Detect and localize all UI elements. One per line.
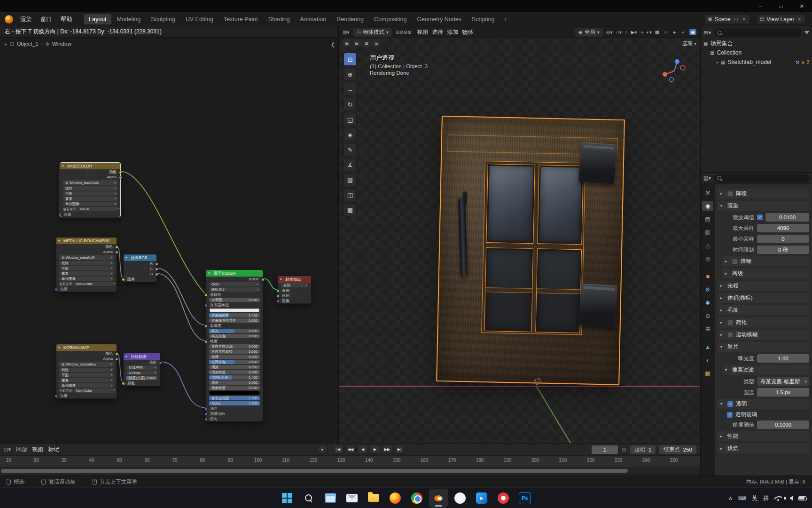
taskbar-start[interactable] xyxy=(278,489,297,508)
breadcrumb-object[interactable]: Object_1 xyxy=(17,41,39,47)
transport-auto-key[interactable]: ● xyxy=(317,445,328,453)
field-时间限制[interactable]: 时间限制0 秒 xyxy=(718,246,809,254)
tool-annotate[interactable]: ✎ xyxy=(344,143,357,156)
properties-tab-world[interactable]: ◎ xyxy=(702,254,713,264)
panel-烘焙[interactable]: ▸烘焙 xyxy=(718,444,809,453)
taskbar-chrome[interactable] xyxy=(407,489,426,508)
shading-solid-icon[interactable]: ● xyxy=(671,29,677,35)
panel-渲染[interactable]: ▾渲染 xyxy=(718,201,809,211)
transport-jump-start[interactable]: |◀ xyxy=(333,445,344,453)
node-metallic[interactable]: METALLIC ROUGHNESS颜色Alpha▦Window_metalli… xyxy=(56,237,117,292)
properties-tab-material[interactable]: ◐ xyxy=(702,355,713,365)
tab-modeling[interactable]: Modeling xyxy=(112,14,146,24)
filter-icon[interactable] xyxy=(804,31,809,34)
maximize-button[interactable]: □ xyxy=(771,0,791,12)
tool-move[interactable]: ↔ xyxy=(344,83,357,96)
orientation-dropdown[interactable]: ◉ 全局 ▾ xyxy=(575,28,603,37)
current-frame-field[interactable]: 1 xyxy=(592,445,618,454)
node-bsdf[interactable]: 原理化BSDFBSDFGGX随机游走基础色次表面0.000次表面半径次表面IOR… xyxy=(206,270,263,422)
close-button[interactable]: ✕ xyxy=(791,0,812,12)
taskbar-blue-app[interactable]: ▶ xyxy=(472,489,491,508)
xray-icon[interactable]: ▩ xyxy=(655,30,659,35)
taskbar-firefox[interactable] xyxy=(386,489,405,508)
horizontal-scrollbar[interactable] xyxy=(1,469,628,473)
taskbar-photoshop[interactable]: Ps xyxy=(515,489,534,508)
tab-animation[interactable]: Animation xyxy=(296,14,331,24)
outliner-search-input[interactable] xyxy=(714,28,802,37)
shader-node-editor[interactable]: 右 - 按下 T 切换方向 | Dx: -184.8173 Dy: -134.0… xyxy=(0,26,338,443)
view-layer-selector[interactable]: ▤ View Layer ✕ xyxy=(757,15,805,24)
field-糙度阈值[interactable]: 糙度阈值0.1000 xyxy=(718,421,809,429)
tray-lang-en[interactable]: 英 xyxy=(752,494,757,502)
node-normal_tex[interactable]: NORMALMAP颜色Alpha▦Window_normalma✕线性平面重复单… xyxy=(56,344,117,399)
transport-play-reverse[interactable]: ◀ xyxy=(358,445,368,453)
panel-高级[interactable]: ▸高级 xyxy=(722,269,809,278)
field-最大采样[interactable]: 最大采样4096 xyxy=(718,224,809,232)
shading-wireframe-icon[interactable]: ○ xyxy=(663,29,668,35)
outliner-row-场景集合[interactable]: ▦场景集合 xyxy=(701,39,812,48)
taskbar-search[interactable] xyxy=(299,489,318,508)
tab-layout[interactable]: Layout xyxy=(84,14,111,24)
panel-胶片[interactable]: ▾胶片 xyxy=(718,342,809,352)
panel-光程[interactable]: ▸光程 xyxy=(718,281,809,291)
window-model[interactable] xyxy=(436,116,625,385)
panel-性能[interactable]: ▸性能 xyxy=(718,431,809,441)
axis-z-dot[interactable] xyxy=(675,59,679,64)
outliner-row-Collection[interactable]: ▦Collection xyxy=(701,48,812,57)
tab-texture-paint[interactable]: Texture Paint xyxy=(219,14,263,24)
properties-tab-modifiers[interactable]: ⚙ xyxy=(702,285,713,295)
viewport-menu-1[interactable]: 选择 xyxy=(430,28,445,36)
properties-tab-scene[interactable]: △ xyxy=(702,240,713,251)
timeline-menu-1[interactable]: 视图 xyxy=(30,445,46,453)
select-mode-icon-2[interactable]: ⊟ xyxy=(352,40,361,47)
sidebar-toggle-icon[interactable]: ❮ xyxy=(331,41,335,48)
taskbar-red-app[interactable] xyxy=(494,489,513,508)
breadcrumb-material[interactable]: Window xyxy=(52,41,71,47)
panel-毛发[interactable]: ▸毛发 xyxy=(718,305,809,315)
properties-tab-render[interactable]: ◉ xyxy=(702,201,713,211)
tool-extra-tool-2[interactable]: ▩ xyxy=(344,203,357,216)
navigation-gizmo[interactable] xyxy=(661,57,688,85)
properties-search-input[interactable] xyxy=(714,174,809,183)
properties-editor-icon[interactable]: ▤▾ xyxy=(703,175,711,181)
transport-play[interactable]: ▶ xyxy=(370,445,380,453)
field-曝光度[interactable]: 曝光度1.00 xyxy=(718,354,809,363)
frame-start-field[interactable]: 起始 1 xyxy=(630,445,656,454)
tray-tray-expand[interactable]: ∧ xyxy=(728,495,733,501)
taskbar-mail[interactable] xyxy=(343,489,361,508)
tab-rendering[interactable]: Rendering xyxy=(332,14,368,24)
taskbar-white-app[interactable] xyxy=(451,489,469,508)
panel-运动模糊[interactable]: ▸运动模糊 xyxy=(718,330,809,340)
collapse-arrow-icon[interactable]: ▸ xyxy=(5,41,7,47)
taskbar-file-explorer[interactable] xyxy=(321,489,340,508)
mode-dropdown[interactable]: ◳ 物体模式 ▾ xyxy=(353,28,391,37)
node-material_output[interactable]: 材质输出全部表面体积置换 xyxy=(278,276,312,304)
tool-add-cube[interactable]: ▦ xyxy=(344,173,357,186)
scene-selector[interactable]: ▣ Scene ▢ ✕ xyxy=(704,15,750,24)
tool-scale[interactable]: ◱ xyxy=(344,113,357,126)
properties-tab-texture[interactable]: ▦ xyxy=(702,368,713,379)
properties-tab-tool[interactable]: ⚒ xyxy=(702,188,713,198)
tray-touch-keyboard[interactable]: ⌨ xyxy=(738,495,746,501)
topbar-menu-1[interactable]: 窗口 xyxy=(36,12,56,26)
transport-jump-end[interactable]: ▶| xyxy=(394,445,405,453)
view-layer-remove-icon[interactable]: ✕ xyxy=(796,17,802,22)
tool-rotate[interactable]: ↻ xyxy=(344,98,357,111)
tray-ime-pinyin[interactable]: 拼 xyxy=(763,494,769,502)
timeline-menu-0[interactable]: 回放 xyxy=(14,445,30,453)
properties-tab-physics[interactable]: ⊙ xyxy=(702,311,713,321)
node-basecolor[interactable]: BASECOLOR颜色Alpha▦Window_baseColo✕线性平面重复单… xyxy=(60,162,121,217)
tool-transform[interactable]: ◈ xyxy=(344,128,357,141)
select-mode-icon-3[interactable]: ⊠ xyxy=(362,40,371,47)
node-separate_rgb[interactable]: 分离RGBRGB图像 xyxy=(123,254,157,282)
properties-tab-particles[interactable]: ✱ xyxy=(702,298,713,308)
tab-shading[interactable]: Shading xyxy=(264,14,295,24)
tool-extra-tool-1[interactable]: ◫ xyxy=(344,188,357,201)
3d-viewport[interactable]: ▥▾ ◳ 物体模式 ▾ ⊙⊘⊖⊗ 视图选择添加物体 ◉ 全局 ▾ ◎▾ ∩▾ ○… xyxy=(338,26,700,443)
outliner-row-Sketchfab_model[interactable]: ▸▦Sketchfab_model⚒▲2 xyxy=(701,57,812,67)
field-噪波阈值[interactable]: 噪波阈值✓0.0100 xyxy=(718,213,809,222)
overlays-icon[interactable]: ◐▾ xyxy=(647,30,652,35)
axis-z-neg-dot[interactable] xyxy=(670,78,674,82)
viewport-menu-2[interactable]: 添加 xyxy=(445,28,460,36)
tab-uv-editing[interactable]: UV Editing xyxy=(181,14,218,24)
